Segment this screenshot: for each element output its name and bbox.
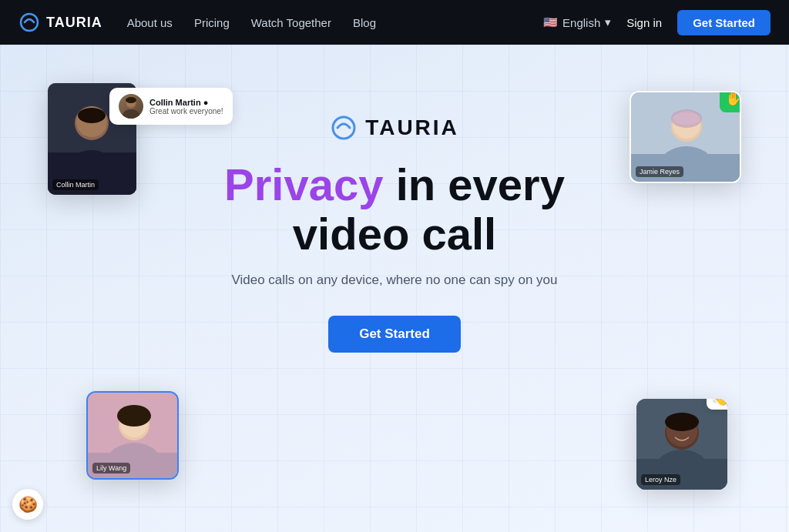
nav-logo-text: TAURIA [46,15,102,31]
language-label: English [562,16,600,29]
wave-emoji-badge: 👋 [707,399,727,410]
cookie-button[interactable]: 🍪 [12,489,43,520]
collin-name: Collin Martin ● [149,98,223,107]
nav-logo[interactable]: TAURIA [18,12,102,33]
svg-point-22 [117,405,151,427]
leroy-video-card: Leroy Nze 👋 [636,399,727,490]
navbar: TAURIA About us Pricing Watch Together B… [0,0,789,45]
get-started-nav-button[interactable]: Get Started [677,10,771,35]
svg-point-3 [123,109,139,119]
hero-brand: TAURIA [330,114,459,142]
hero-subtext: Video calls on any device, where no one … [231,273,557,288]
language-flag: 🇺🇸 [543,15,558,29]
nav-pricing[interactable]: Pricing [194,16,230,29]
nav-right: 🇺🇸 English ▾ Sign in Get Started [543,10,771,35]
collin-message: Great work everyone! [149,107,223,115]
hand-icon: ✋ [725,91,741,107]
get-started-hero-button[interactable]: Get Started [328,316,461,353]
nav-links: About us Pricing Watch Together Blog [127,16,519,29]
lily-name-tag: Lily Wang [92,463,130,473]
collin-name-tag: Collin Martin [52,179,99,190]
signin-link[interactable]: Sign in [626,16,662,29]
svg-point-1 [333,117,354,139]
hero-headline: Privacy in every video call [163,160,626,259]
collin-tooltip-text: Collin Martin ● Great work everyone! [149,98,223,115]
collin-avatar [119,94,143,119]
hero-center: TAURIA Privacy in every video call Video… [163,114,626,353]
svg-point-16 [673,112,700,125]
svg-point-28 [665,413,699,431]
nav-about[interactable]: About us [127,16,173,29]
raise-hand-badge: ✋ [720,91,741,112]
svg-point-5 [126,97,136,103]
language-selector[interactable]: 🇺🇸 English ▾ [543,15,611,29]
hero-headline-colored: Privacy [224,159,383,209]
hero-section: TAURIA Privacy in every video call Video… [0,45,789,532]
lily-video-card: Lily Wang [86,391,179,480]
leroy-name-tag: Leroy Nze [641,474,680,485]
jamie-name-tag: Jamie Reyes [636,166,683,177]
nav-watch-together[interactable]: Watch Together [251,16,331,29]
hero-brand-name: TAURIA [365,115,459,140]
svg-point-9 [78,108,106,123]
nav-blog[interactable]: Blog [353,16,376,29]
chevron-down-icon: ▾ [605,15,611,29]
cookie-icon: 🍪 [18,495,38,514]
svg-point-0 [21,14,38,31]
jamie-video-card: Jamie Reyes ✋ [630,91,741,183]
wave-icon: 👋 [711,399,727,406]
collin-tooltip: Collin Martin ● Great work everyone! [109,88,233,125]
